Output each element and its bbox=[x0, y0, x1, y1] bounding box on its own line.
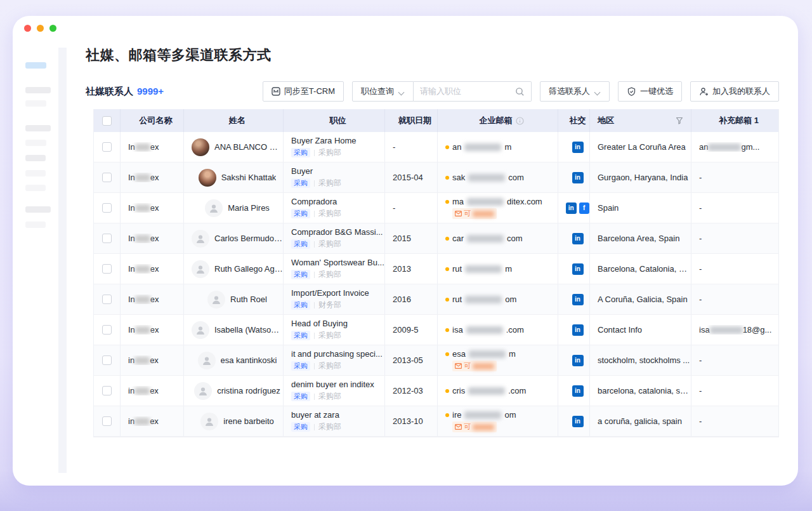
contact-name: cristina rodríguez bbox=[217, 386, 280, 395]
position-query-dropdown[interactable]: 职位查询 bbox=[352, 81, 414, 102]
sync-to-crm-button[interactable]: 同步至T-CRM bbox=[263, 81, 344, 102]
redacted-email-text bbox=[464, 143, 501, 151]
company-email-cell: anm bbox=[438, 132, 558, 162]
close-window-icon[interactable] bbox=[24, 25, 31, 32]
redacted-company-text bbox=[135, 235, 150, 242]
position-cell: Import/Export Invoice 采购 财务部 bbox=[284, 284, 385, 314]
minimize-window-icon[interactable] bbox=[37, 25, 44, 32]
person-icon bbox=[201, 355, 213, 366]
row-checkbox[interactable] bbox=[102, 203, 112, 213]
redacted-email-text bbox=[468, 387, 505, 395]
avatar bbox=[200, 413, 218, 430]
sidebar-item bbox=[25, 87, 51, 93]
purchase-tag: 采购 bbox=[291, 422, 310, 432]
extra-email-cell: angm... bbox=[691, 132, 778, 162]
name-cell: ANA BLANCO REY bbox=[184, 132, 284, 162]
header-company-email: 企业邮箱 bbox=[438, 109, 558, 132]
region-cell: Barcelona Area, Spain bbox=[590, 223, 691, 253]
position-title: Buyer Zara Home bbox=[291, 136, 384, 145]
name-cell: Carlos Bermudo Cr... bbox=[184, 223, 284, 253]
select-all-checkbox[interactable] bbox=[102, 116, 112, 126]
divider bbox=[314, 150, 315, 156]
row-checkbox[interactable] bbox=[102, 386, 112, 395]
row-checkbox[interactable] bbox=[102, 264, 112, 274]
social-cell: in bbox=[558, 163, 590, 192]
row-checkbox[interactable] bbox=[102, 295, 112, 304]
company-cell: Inex bbox=[121, 193, 184, 223]
envelope-icon bbox=[455, 363, 462, 369]
department-label: 采购部 bbox=[318, 147, 341, 158]
header-position: 职位 bbox=[284, 109, 385, 132]
company-cell: Inex bbox=[121, 315, 184, 345]
divider bbox=[314, 363, 315, 369]
sidebar-item bbox=[25, 140, 46, 146]
info-icon[interactable] bbox=[516, 117, 524, 125]
row-checkbox[interactable] bbox=[102, 325, 112, 335]
row-checkbox[interactable] bbox=[102, 416, 112, 426]
header-hire-date: 就职日期 bbox=[385, 109, 438, 132]
position-cell: Buyer 采购 采购部 bbox=[284, 163, 385, 192]
table-row[interactable]: Inex Carlos Bermudo Cr... Comprador B&G … bbox=[94, 223, 778, 254]
linkedin-icon[interactable]: in bbox=[572, 355, 584, 366]
position-title: denim buyer en inditex bbox=[291, 380, 384, 389]
filter-funnel-icon[interactable] bbox=[676, 117, 683, 124]
facebook-icon[interactable]: f bbox=[579, 202, 590, 214]
linkedin-icon[interactable]: in bbox=[572, 142, 584, 153]
table-row[interactable]: Inex Ruth Gallego Agulló Woman' Sportswe… bbox=[94, 254, 778, 284]
redacted-tag-text bbox=[473, 211, 494, 217]
row-checkbox[interactable] bbox=[102, 142, 112, 152]
table-row[interactable]: Inex Ruth Roel Import/Export Invoice 采购 … bbox=[94, 284, 778, 315]
badge-icon bbox=[627, 87, 636, 96]
person-icon bbox=[195, 324, 206, 336]
position-cell: buyer at zara 采购 采购部 bbox=[284, 406, 385, 436]
department-label: 采购部 bbox=[318, 178, 341, 189]
redacted-company-text bbox=[135, 174, 150, 182]
sync-crm-icon bbox=[272, 87, 280, 96]
window-controls bbox=[24, 25, 56, 32]
table-row[interactable]: inex esa kantinkoski it and purchasing s… bbox=[94, 345, 778, 376]
table-row[interactable]: inex cristina rodríguez denim buyer en i… bbox=[94, 376, 778, 406]
sidebar-item-active bbox=[25, 62, 46, 69]
sidebar-item bbox=[25, 185, 46, 191]
table-row[interactable]: Inex ANA BLANCO REY Buyer Zara Home 采购 采… bbox=[94, 132, 778, 163]
row-checkbox[interactable] bbox=[102, 355, 112, 365]
linkedin-icon[interactable]: in bbox=[572, 263, 584, 275]
linkedin-icon[interactable]: in bbox=[572, 294, 584, 305]
company-email-cell: maditex.com 可 bbox=[438, 193, 558, 223]
linkedin-icon[interactable]: in bbox=[572, 172, 584, 183]
company-email-cell: sakcom bbox=[438, 163, 558, 192]
purchase-tag: 采购 bbox=[291, 239, 310, 249]
filter-contacts-dropdown[interactable]: 筛选联系人 bbox=[540, 81, 610, 102]
department-label: 采购部 bbox=[318, 269, 341, 280]
position-search-input[interactable]: 请输入职位 bbox=[414, 81, 532, 102]
avatar bbox=[192, 260, 209, 278]
company-cell: Inex bbox=[121, 223, 184, 253]
company-email-cell: rutm bbox=[438, 254, 558, 284]
name-cell: esa kantinkoski bbox=[184, 345, 284, 375]
email-status-icon bbox=[445, 298, 449, 302]
company-cell: Inex bbox=[121, 284, 184, 314]
table-row[interactable]: inex irene barbeito buyer at zara 采购 采购部… bbox=[94, 406, 778, 437]
avatar bbox=[207, 291, 225, 309]
linkedin-icon[interactable]: in bbox=[572, 416, 584, 427]
linkedin-icon[interactable]: in bbox=[572, 233, 584, 244]
region-cell: barcelona, catalonia, sp... bbox=[590, 376, 691, 406]
linkedin-icon[interactable]: in bbox=[566, 202, 577, 214]
name-cell: cristina rodríguez bbox=[184, 376, 284, 406]
purchase-tag: 采购 bbox=[291, 270, 310, 279]
zoom-window-icon[interactable] bbox=[49, 25, 56, 32]
position-title: Woman' Sportswear Bu... bbox=[291, 258, 384, 267]
contact-name: esa kantinkoski bbox=[221, 355, 277, 365]
table-row[interactable]: Inex Isabella (Watson) L... Head of Buyi… bbox=[94, 315, 778, 345]
row-checkbox[interactable] bbox=[102, 173, 112, 182]
one-click-optimize-button[interactable]: 一键优选 bbox=[618, 81, 682, 102]
table-row[interactable]: Inex Sakshi Khattak Buyer 采购 采购部 2015-04… bbox=[94, 163, 778, 193]
position-cell: Head of Buying 采购 采购部 bbox=[284, 315, 385, 345]
table-row[interactable]: Inex Maria Pires Compradora 采购 采购部 - mad… bbox=[94, 193, 778, 223]
linkedin-icon[interactable]: in bbox=[572, 385, 584, 397]
add-to-my-contacts-button[interactable]: 加入我的联系人 bbox=[690, 81, 779, 102]
row-checkbox[interactable] bbox=[102, 234, 112, 243]
linkedin-icon[interactable]: in bbox=[572, 324, 584, 336]
person-icon bbox=[195, 263, 206, 275]
search-icon[interactable] bbox=[515, 87, 525, 96]
